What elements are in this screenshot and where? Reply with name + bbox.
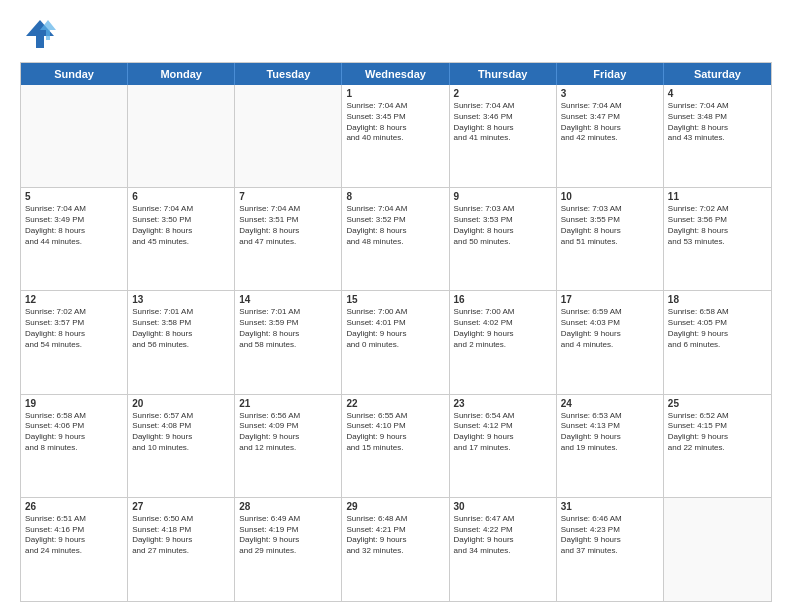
day-cell-15: 15Sunrise: 7:00 AM Sunset: 4:01 PM Dayli… [342,291,449,393]
day-info: Sunrise: 6:57 AM Sunset: 4:08 PM Dayligh… [132,411,230,454]
day-cell-21: 21Sunrise: 6:56 AM Sunset: 4:09 PM Dayli… [235,395,342,497]
day-cell-23: 23Sunrise: 6:54 AM Sunset: 4:12 PM Dayli… [450,395,557,497]
empty-cell [21,85,128,187]
day-cell-10: 10Sunrise: 7:03 AM Sunset: 3:55 PM Dayli… [557,188,664,290]
day-info: Sunrise: 6:49 AM Sunset: 4:19 PM Dayligh… [239,514,337,557]
day-number: 25 [668,398,767,409]
week-row-4: 26Sunrise: 6:51 AM Sunset: 4:16 PM Dayli… [21,498,771,601]
day-number: 31 [561,501,659,512]
day-cell-29: 29Sunrise: 6:48 AM Sunset: 4:21 PM Dayli… [342,498,449,601]
day-info: Sunrise: 6:55 AM Sunset: 4:10 PM Dayligh… [346,411,444,454]
page: SundayMondayTuesdayWednesdayThursdayFrid… [0,0,792,612]
header-day-wednesday: Wednesday [342,63,449,85]
day-number: 13 [132,294,230,305]
day-cell-9: 9Sunrise: 7:03 AM Sunset: 3:53 PM Daylig… [450,188,557,290]
day-info: Sunrise: 6:58 AM Sunset: 4:05 PM Dayligh… [668,307,767,350]
day-info: Sunrise: 6:58 AM Sunset: 4:06 PM Dayligh… [25,411,123,454]
day-cell-20: 20Sunrise: 6:57 AM Sunset: 4:08 PM Dayli… [128,395,235,497]
day-cell-2: 2Sunrise: 7:04 AM Sunset: 3:46 PM Daylig… [450,85,557,187]
day-info: Sunrise: 7:02 AM Sunset: 3:57 PM Dayligh… [25,307,123,350]
calendar: SundayMondayTuesdayWednesdayThursdayFrid… [20,62,772,602]
day-number: 28 [239,501,337,512]
day-number: 19 [25,398,123,409]
day-info: Sunrise: 7:02 AM Sunset: 3:56 PM Dayligh… [668,204,767,247]
day-cell-11: 11Sunrise: 7:02 AM Sunset: 3:56 PM Dayli… [664,188,771,290]
day-info: Sunrise: 6:52 AM Sunset: 4:15 PM Dayligh… [668,411,767,454]
day-info: Sunrise: 6:53 AM Sunset: 4:13 PM Dayligh… [561,411,659,454]
header-day-thursday: Thursday [450,63,557,85]
day-number: 9 [454,191,552,202]
day-cell-13: 13Sunrise: 7:01 AM Sunset: 3:58 PM Dayli… [128,291,235,393]
calendar-header: SundayMondayTuesdayWednesdayThursdayFrid… [21,63,771,85]
day-cell-25: 25Sunrise: 6:52 AM Sunset: 4:15 PM Dayli… [664,395,771,497]
header-day-tuesday: Tuesday [235,63,342,85]
day-number: 26 [25,501,123,512]
day-number: 17 [561,294,659,305]
day-cell-1: 1Sunrise: 7:04 AM Sunset: 3:45 PM Daylig… [342,85,449,187]
day-cell-24: 24Sunrise: 6:53 AM Sunset: 4:13 PM Dayli… [557,395,664,497]
day-info: Sunrise: 7:03 AM Sunset: 3:55 PM Dayligh… [561,204,659,247]
day-number: 2 [454,88,552,99]
day-info: Sunrise: 7:03 AM Sunset: 3:53 PM Dayligh… [454,204,552,247]
day-number: 20 [132,398,230,409]
day-cell-6: 6Sunrise: 7:04 AM Sunset: 3:50 PM Daylig… [128,188,235,290]
day-number: 1 [346,88,444,99]
day-cell-4: 4Sunrise: 7:04 AM Sunset: 3:48 PM Daylig… [664,85,771,187]
day-info: Sunrise: 7:01 AM Sunset: 3:58 PM Dayligh… [132,307,230,350]
day-cell-8: 8Sunrise: 7:04 AM Sunset: 3:52 PM Daylig… [342,188,449,290]
day-cell-14: 14Sunrise: 7:01 AM Sunset: 3:59 PM Dayli… [235,291,342,393]
header-day-friday: Friday [557,63,664,85]
day-number: 5 [25,191,123,202]
day-number: 23 [454,398,552,409]
day-number: 15 [346,294,444,305]
day-number: 18 [668,294,767,305]
day-number: 14 [239,294,337,305]
day-cell-28: 28Sunrise: 6:49 AM Sunset: 4:19 PM Dayli… [235,498,342,601]
day-info: Sunrise: 7:04 AM Sunset: 3:47 PM Dayligh… [561,101,659,144]
day-cell-22: 22Sunrise: 6:55 AM Sunset: 4:10 PM Dayli… [342,395,449,497]
day-cell-26: 26Sunrise: 6:51 AM Sunset: 4:16 PM Dayli… [21,498,128,601]
calendar-body: 1Sunrise: 7:04 AM Sunset: 3:45 PM Daylig… [21,85,771,601]
day-cell-17: 17Sunrise: 6:59 AM Sunset: 4:03 PM Dayli… [557,291,664,393]
day-info: Sunrise: 6:47 AM Sunset: 4:22 PM Dayligh… [454,514,552,557]
day-number: 22 [346,398,444,409]
day-cell-30: 30Sunrise: 6:47 AM Sunset: 4:22 PM Dayli… [450,498,557,601]
header-day-sunday: Sunday [21,63,128,85]
empty-cell [664,498,771,601]
day-info: Sunrise: 6:50 AM Sunset: 4:18 PM Dayligh… [132,514,230,557]
day-cell-7: 7Sunrise: 7:04 AM Sunset: 3:51 PM Daylig… [235,188,342,290]
week-row-2: 12Sunrise: 7:02 AM Sunset: 3:57 PM Dayli… [21,291,771,394]
day-info: Sunrise: 7:00 AM Sunset: 4:01 PM Dayligh… [346,307,444,350]
day-number: 10 [561,191,659,202]
day-cell-5: 5Sunrise: 7:04 AM Sunset: 3:49 PM Daylig… [21,188,128,290]
day-cell-16: 16Sunrise: 7:00 AM Sunset: 4:02 PM Dayli… [450,291,557,393]
day-info: Sunrise: 7:04 AM Sunset: 3:49 PM Dayligh… [25,204,123,247]
day-number: 3 [561,88,659,99]
empty-cell [128,85,235,187]
day-number: 21 [239,398,337,409]
day-number: 8 [346,191,444,202]
day-info: Sunrise: 7:04 AM Sunset: 3:45 PM Dayligh… [346,101,444,144]
day-cell-12: 12Sunrise: 7:02 AM Sunset: 3:57 PM Dayli… [21,291,128,393]
day-cell-18: 18Sunrise: 6:58 AM Sunset: 4:05 PM Dayli… [664,291,771,393]
day-info: Sunrise: 7:01 AM Sunset: 3:59 PM Dayligh… [239,307,337,350]
day-info: Sunrise: 7:04 AM Sunset: 3:46 PM Dayligh… [454,101,552,144]
header-day-saturday: Saturday [664,63,771,85]
logo-icon [20,16,56,52]
day-info: Sunrise: 6:56 AM Sunset: 4:09 PM Dayligh… [239,411,337,454]
day-cell-3: 3Sunrise: 7:04 AM Sunset: 3:47 PM Daylig… [557,85,664,187]
empty-cell [235,85,342,187]
day-number: 11 [668,191,767,202]
week-row-3: 19Sunrise: 6:58 AM Sunset: 4:06 PM Dayli… [21,395,771,498]
day-number: 24 [561,398,659,409]
day-cell-19: 19Sunrise: 6:58 AM Sunset: 4:06 PM Dayli… [21,395,128,497]
day-info: Sunrise: 7:04 AM Sunset: 3:50 PM Dayligh… [132,204,230,247]
day-number: 6 [132,191,230,202]
day-number: 4 [668,88,767,99]
week-row-0: 1Sunrise: 7:04 AM Sunset: 3:45 PM Daylig… [21,85,771,188]
day-cell-27: 27Sunrise: 6:50 AM Sunset: 4:18 PM Dayli… [128,498,235,601]
header [20,16,772,52]
week-row-1: 5Sunrise: 7:04 AM Sunset: 3:49 PM Daylig… [21,188,771,291]
day-info: Sunrise: 7:04 AM Sunset: 3:51 PM Dayligh… [239,204,337,247]
day-number: 12 [25,294,123,305]
